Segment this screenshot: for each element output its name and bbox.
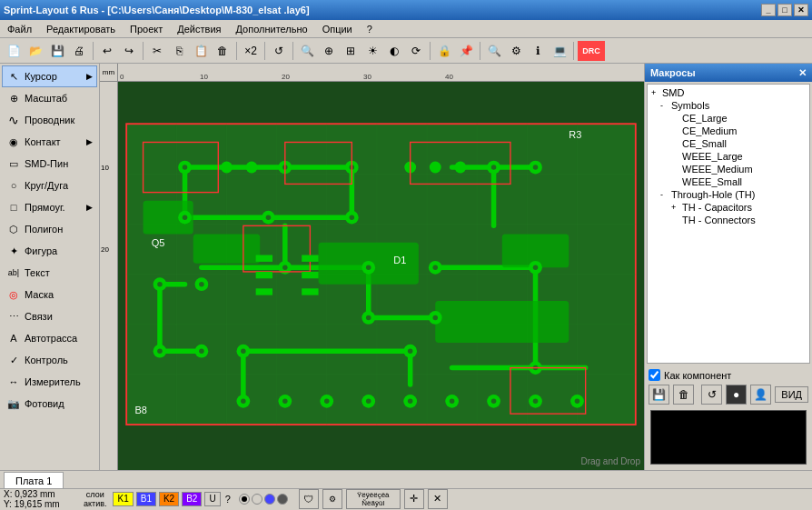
bottom-btn-2[interactable]: ⚙ (322, 489, 342, 509)
tool-cursor[interactable]: ↖ Курсор ▶ (2, 65, 97, 87)
user-macro-button[interactable]: 👤 (750, 385, 771, 405)
tree-item-ce-small[interactable]: CE_Small (649, 137, 807, 150)
chip-button[interactable]: 💻 (550, 41, 569, 61)
redo-button[interactable]: ↪ (119, 41, 139, 61)
zoom-in-button[interactable]: 🔍 (297, 41, 317, 61)
tool-figure[interactable]: ✦ Фигура (2, 240, 97, 262)
paste-button[interactable]: 📋 (191, 41, 211, 61)
undo-button[interactable]: ↩ (97, 41, 117, 61)
save-button[interactable]: 💾 (47, 41, 67, 61)
x2-button[interactable]: ×2 (241, 41, 261, 61)
refresh-button[interactable]: ↺ (269, 41, 289, 61)
menu-actions[interactable]: Действия (173, 22, 224, 36)
macros-tree[interactable]: + SMD - Symbols CE_Large CE_Medium CE_Sm… (647, 84, 810, 364)
component-checkbox[interactable] (649, 369, 660, 381)
tool-links[interactable]: ⋯ Связи (2, 305, 97, 327)
layer-k1[interactable]: K1 (113, 492, 133, 506)
tb-pin[interactable]: 📌 (456, 41, 476, 61)
tree-item-weee-large[interactable]: WEEE_Large (649, 150, 807, 163)
layer-k2[interactable]: K2 (159, 492, 179, 506)
copy-button[interactable]: ⎘ (169, 41, 189, 61)
toolbar-separator-5 (292, 42, 293, 60)
svg-text:R3: R3 (569, 129, 581, 140)
tool-measure[interactable]: ↔ Измеритель (2, 371, 97, 393)
settings-button[interactable]: ⚙ (506, 41, 526, 61)
radio-4[interactable] (277, 494, 288, 505)
menu-extra[interactable]: Дополнительно (232, 22, 311, 36)
tool-poly-label: Полигон (25, 224, 63, 235)
tool-contact[interactable]: ◉ Контакт ▶ (2, 131, 97, 153)
vid-button[interactable]: ВИД (775, 386, 808, 403)
tool-rect[interactable]: □ Прямоуг. ▶ (2, 196, 97, 218)
tool-text[interactable]: ab| Текст (2, 262, 97, 284)
tree-item-ce-medium[interactable]: CE_Medium (649, 125, 807, 137)
layer-question[interactable]: ? (225, 494, 231, 505)
tool-circle[interactable]: ○ Круг/Дуга (2, 175, 97, 196)
close-button[interactable]: ✕ (794, 4, 808, 16)
rotate-macro-button[interactable]: ↺ (701, 385, 722, 405)
tree-item-smd[interactable]: + SMD (649, 86, 807, 99)
tab-plate1[interactable]: Плата 1 (4, 472, 64, 488)
menu-help[interactable]: ? (363, 22, 376, 36)
tb-extra1[interactable]: ⊕ (319, 41, 339, 61)
tool-smd[interactable]: ▭ SMD-Пин (2, 153, 97, 175)
tb-extra2[interactable]: ⊞ (341, 41, 361, 61)
tb-lock[interactable]: 🔒 (434, 41, 454, 61)
tool-poly[interactable]: ⬡ Полигон (2, 218, 97, 240)
pcb-canvas[interactable]: R3 B8 D1 Q5 Drag and Drop (118, 82, 644, 470)
drc-button[interactable]: DRC (578, 41, 605, 61)
tool-photoview[interactable]: 📷 Фотовид (2, 393, 97, 415)
info-button[interactable]: ℹ (528, 41, 548, 61)
tb-extra4[interactable]: ◐ (384, 41, 404, 61)
tb-extra3[interactable]: ☀ (362, 41, 382, 61)
tool-scale[interactable]: ⊕ Масштаб (2, 87, 97, 109)
radio-1[interactable] (239, 494, 250, 505)
radio-2[interactable] (252, 494, 262, 505)
tool-autoroute[interactable]: A Автотрасса (2, 327, 97, 349)
tree-item-ce-large[interactable]: CE_Large (649, 112, 807, 125)
mirror-macro-button[interactable]: ● (726, 385, 747, 405)
cut-button[interactable]: ✂ (147, 41, 167, 61)
menu-options[interactable]: Опции (319, 22, 356, 36)
menu-edit[interactable]: Редактировать (43, 22, 119, 36)
layer-u[interactable]: U (204, 492, 220, 506)
minimize-button[interactable]: _ (761, 4, 776, 16)
circle-icon: ○ (6, 178, 21, 193)
tree-item-th-capacitors[interactable]: + TH - Capacitors (649, 201, 807, 214)
open-button[interactable]: 📂 (25, 41, 45, 61)
menu-project[interactable]: Проект (126, 22, 166, 36)
tree-item-weee-small[interactable]: WEEE_Small (649, 175, 807, 188)
layers-label: слои (86, 490, 104, 499)
panel-close-button[interactable]: ✕ (798, 67, 807, 79)
tool-wire[interactable]: ∿ Проводник (2, 109, 97, 131)
tree-item-weee-medium[interactable]: WEEE_Medium (649, 163, 807, 175)
bottom-text-1: Ÿëÿëëçëà (357, 491, 390, 499)
layer-b2[interactable]: B2 (182, 492, 202, 506)
svg-text:D1: D1 (393, 255, 406, 265)
maximize-button[interactable]: □ (777, 4, 792, 16)
title-text: Sprint-Layout 6 Rus - [C:\Users\Саня\Des… (4, 5, 310, 15)
svg-point-59 (533, 165, 539, 170)
tree-item-through-hole[interactable]: - Through-Hole (TH) (649, 188, 807, 201)
new-button[interactable]: 📄 (4, 41, 24, 61)
search-button[interactable]: 🔍 (484, 41, 504, 61)
tree-item-th-connectors[interactable]: TH - Connectors (649, 214, 807, 226)
bottom-btn-1[interactable]: 🛡 (299, 489, 319, 509)
tool-control[interactable]: ✓ Контроль (2, 349, 97, 371)
rect-arrow: ▶ (86, 203, 93, 212)
print-button[interactable]: 🖨 (69, 41, 89, 61)
tb-extra5[interactable]: ⟳ (406, 41, 426, 61)
radio-3[interactable] (264, 494, 275, 505)
canvas-area[interactable]: mm 0 10 20 30 40 10 20 (100, 64, 644, 470)
delete-button[interactable]: 🗑 (213, 41, 233, 61)
bottom-btn-3[interactable]: ✛ (404, 489, 424, 509)
panel-action-buttons: 💾 🗑 ↺ ● 👤 ВИД (649, 385, 808, 405)
save-macro-button[interactable]: 💾 (649, 385, 669, 405)
cursor-icon: ↖ (6, 69, 21, 84)
tool-mask[interactable]: ◎ Маска (2, 284, 97, 305)
layer-b1[interactable]: B1 (136, 492, 156, 506)
bottom-btn-4[interactable]: ✕ (428, 489, 448, 509)
menu-file[interactable]: Файл (4, 22, 35, 36)
tree-item-symbols[interactable]: - Symbols (649, 99, 807, 112)
delete-macro-button[interactable]: 🗑 (673, 385, 694, 405)
